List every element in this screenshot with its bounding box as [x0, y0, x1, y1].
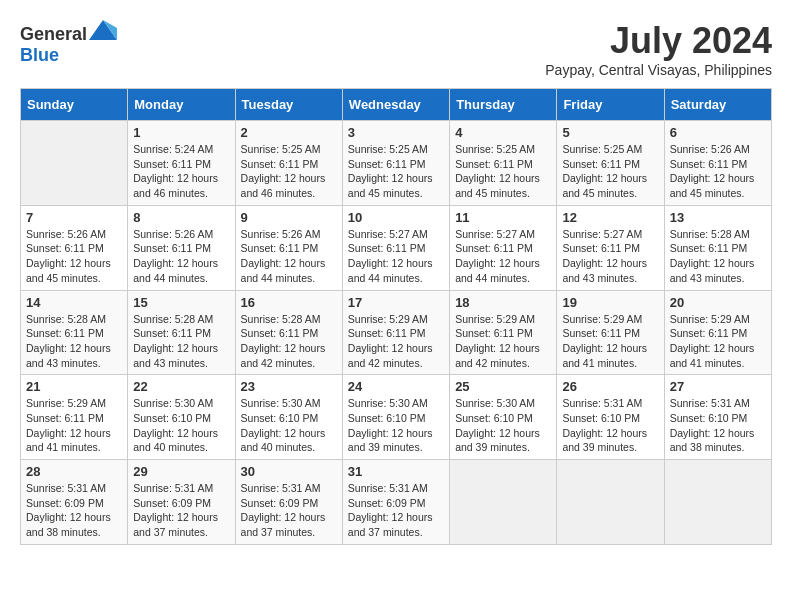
- table-row: 3Sunrise: 5:25 AMSunset: 6:11 PMDaylight…: [342, 121, 449, 206]
- table-row: [450, 460, 557, 545]
- day-info: Sunrise: 5:29 AMSunset: 6:11 PMDaylight:…: [670, 312, 766, 371]
- day-number: 1: [133, 125, 229, 140]
- day-number: 30: [241, 464, 337, 479]
- day-number: 6: [670, 125, 766, 140]
- day-number: 20: [670, 295, 766, 310]
- table-row: 27Sunrise: 5:31 AMSunset: 6:10 PMDayligh…: [664, 375, 771, 460]
- table-row: 19Sunrise: 5:29 AMSunset: 6:11 PMDayligh…: [557, 290, 664, 375]
- table-row: 20Sunrise: 5:29 AMSunset: 6:11 PMDayligh…: [664, 290, 771, 375]
- logo-text: General Blue: [20, 20, 117, 66]
- day-info: Sunrise: 5:26 AMSunset: 6:11 PMDaylight:…: [241, 227, 337, 286]
- day-number: 18: [455, 295, 551, 310]
- day-number: 28: [26, 464, 122, 479]
- day-number: 17: [348, 295, 444, 310]
- calendar-week-row: 14Sunrise: 5:28 AMSunset: 6:11 PMDayligh…: [21, 290, 772, 375]
- day-info: Sunrise: 5:25 AMSunset: 6:11 PMDaylight:…: [455, 142, 551, 201]
- day-number: 21: [26, 379, 122, 394]
- day-info: Sunrise: 5:26 AMSunset: 6:11 PMDaylight:…: [133, 227, 229, 286]
- calendar-week-row: 28Sunrise: 5:31 AMSunset: 6:09 PMDayligh…: [21, 460, 772, 545]
- day-info: Sunrise: 5:30 AMSunset: 6:10 PMDaylight:…: [133, 396, 229, 455]
- day-number: 7: [26, 210, 122, 225]
- table-row: 31Sunrise: 5:31 AMSunset: 6:09 PMDayligh…: [342, 460, 449, 545]
- col-sunday: Sunday: [21, 89, 128, 121]
- day-number: 26: [562, 379, 658, 394]
- month-year-title: July 2024: [545, 20, 772, 62]
- day-info: Sunrise: 5:29 AMSunset: 6:11 PMDaylight:…: [348, 312, 444, 371]
- day-number: 4: [455, 125, 551, 140]
- day-info: Sunrise: 5:31 AMSunset: 6:09 PMDaylight:…: [133, 481, 229, 540]
- col-tuesday: Tuesday: [235, 89, 342, 121]
- table-row: 6Sunrise: 5:26 AMSunset: 6:11 PMDaylight…: [664, 121, 771, 206]
- day-info: Sunrise: 5:29 AMSunset: 6:11 PMDaylight:…: [562, 312, 658, 371]
- table-row: [664, 460, 771, 545]
- day-info: Sunrise: 5:28 AMSunset: 6:11 PMDaylight:…: [133, 312, 229, 371]
- col-wednesday: Wednesday: [342, 89, 449, 121]
- day-number: 29: [133, 464, 229, 479]
- day-number: 2: [241, 125, 337, 140]
- day-info: Sunrise: 5:27 AMSunset: 6:11 PMDaylight:…: [562, 227, 658, 286]
- day-info: Sunrise: 5:28 AMSunset: 6:11 PMDaylight:…: [26, 312, 122, 371]
- day-number: 15: [133, 295, 229, 310]
- calendar-week-row: 1Sunrise: 5:24 AMSunset: 6:11 PMDaylight…: [21, 121, 772, 206]
- day-info: Sunrise: 5:26 AMSunset: 6:11 PMDaylight:…: [670, 142, 766, 201]
- day-number: 3: [348, 125, 444, 140]
- table-row: 1Sunrise: 5:24 AMSunset: 6:11 PMDaylight…: [128, 121, 235, 206]
- table-row: 25Sunrise: 5:30 AMSunset: 6:10 PMDayligh…: [450, 375, 557, 460]
- day-info: Sunrise: 5:31 AMSunset: 6:10 PMDaylight:…: [562, 396, 658, 455]
- day-number: 16: [241, 295, 337, 310]
- day-number: 5: [562, 125, 658, 140]
- table-row: 9Sunrise: 5:26 AMSunset: 6:11 PMDaylight…: [235, 205, 342, 290]
- logo-icon: [89, 20, 117, 40]
- table-row: 30Sunrise: 5:31 AMSunset: 6:09 PMDayligh…: [235, 460, 342, 545]
- day-number: 9: [241, 210, 337, 225]
- day-number: 12: [562, 210, 658, 225]
- calendar-body: 1Sunrise: 5:24 AMSunset: 6:11 PMDaylight…: [21, 121, 772, 545]
- calendar-week-row: 7Sunrise: 5:26 AMSunset: 6:11 PMDaylight…: [21, 205, 772, 290]
- logo-blue: Blue: [20, 45, 59, 65]
- day-number: 27: [670, 379, 766, 394]
- day-info: Sunrise: 5:25 AMSunset: 6:11 PMDaylight:…: [241, 142, 337, 201]
- day-info: Sunrise: 5:31 AMSunset: 6:09 PMDaylight:…: [348, 481, 444, 540]
- table-row: 5Sunrise: 5:25 AMSunset: 6:11 PMDaylight…: [557, 121, 664, 206]
- day-info: Sunrise: 5:30 AMSunset: 6:10 PMDaylight:…: [348, 396, 444, 455]
- page-header: General Blue July 2024 Paypay, Central V…: [20, 20, 772, 78]
- table-row: 15Sunrise: 5:28 AMSunset: 6:11 PMDayligh…: [128, 290, 235, 375]
- day-info: Sunrise: 5:28 AMSunset: 6:11 PMDaylight:…: [241, 312, 337, 371]
- table-row: 2Sunrise: 5:25 AMSunset: 6:11 PMDaylight…: [235, 121, 342, 206]
- table-row: 21Sunrise: 5:29 AMSunset: 6:11 PMDayligh…: [21, 375, 128, 460]
- day-info: Sunrise: 5:30 AMSunset: 6:10 PMDaylight:…: [455, 396, 551, 455]
- table-row: 23Sunrise: 5:30 AMSunset: 6:10 PMDayligh…: [235, 375, 342, 460]
- day-info: Sunrise: 5:27 AMSunset: 6:11 PMDaylight:…: [348, 227, 444, 286]
- day-info: Sunrise: 5:31 AMSunset: 6:10 PMDaylight:…: [670, 396, 766, 455]
- table-row: 22Sunrise: 5:30 AMSunset: 6:10 PMDayligh…: [128, 375, 235, 460]
- table-row: [21, 121, 128, 206]
- day-number: 22: [133, 379, 229, 394]
- day-number: 11: [455, 210, 551, 225]
- day-number: 19: [562, 295, 658, 310]
- table-row: 7Sunrise: 5:26 AMSunset: 6:11 PMDaylight…: [21, 205, 128, 290]
- table-row: 24Sunrise: 5:30 AMSunset: 6:10 PMDayligh…: [342, 375, 449, 460]
- calendar-header: Sunday Monday Tuesday Wednesday Thursday…: [21, 89, 772, 121]
- table-row: 4Sunrise: 5:25 AMSunset: 6:11 PMDaylight…: [450, 121, 557, 206]
- header-row: Sunday Monday Tuesday Wednesday Thursday…: [21, 89, 772, 121]
- day-number: 31: [348, 464, 444, 479]
- day-number: 13: [670, 210, 766, 225]
- table-row: 16Sunrise: 5:28 AMSunset: 6:11 PMDayligh…: [235, 290, 342, 375]
- table-row: 10Sunrise: 5:27 AMSunset: 6:11 PMDayligh…: [342, 205, 449, 290]
- day-info: Sunrise: 5:24 AMSunset: 6:11 PMDaylight:…: [133, 142, 229, 201]
- table-row: 12Sunrise: 5:27 AMSunset: 6:11 PMDayligh…: [557, 205, 664, 290]
- table-row: 17Sunrise: 5:29 AMSunset: 6:11 PMDayligh…: [342, 290, 449, 375]
- day-info: Sunrise: 5:27 AMSunset: 6:11 PMDaylight:…: [455, 227, 551, 286]
- day-info: Sunrise: 5:29 AMSunset: 6:11 PMDaylight:…: [26, 396, 122, 455]
- col-thursday: Thursday: [450, 89, 557, 121]
- day-info: Sunrise: 5:28 AMSunset: 6:11 PMDaylight:…: [670, 227, 766, 286]
- day-number: 8: [133, 210, 229, 225]
- day-number: 25: [455, 379, 551, 394]
- day-info: Sunrise: 5:25 AMSunset: 6:11 PMDaylight:…: [348, 142, 444, 201]
- day-info: Sunrise: 5:31 AMSunset: 6:09 PMDaylight:…: [241, 481, 337, 540]
- table-row: 11Sunrise: 5:27 AMSunset: 6:11 PMDayligh…: [450, 205, 557, 290]
- table-row: 13Sunrise: 5:28 AMSunset: 6:11 PMDayligh…: [664, 205, 771, 290]
- col-friday: Friday: [557, 89, 664, 121]
- day-number: 24: [348, 379, 444, 394]
- calendar-table: Sunday Monday Tuesday Wednesday Thursday…: [20, 88, 772, 545]
